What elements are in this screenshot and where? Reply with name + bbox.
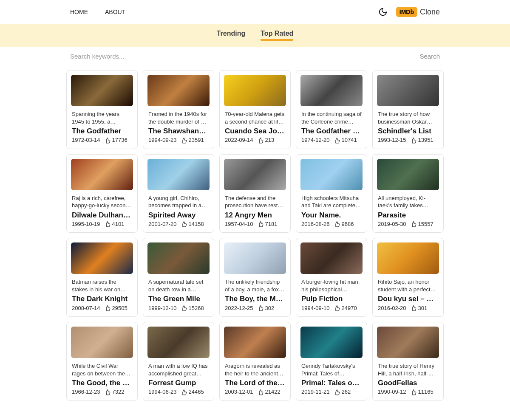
movie-poster [143,322,214,358]
movie-description: Batman raises the stakes in his war on c… [72,278,132,293]
thumbs-up-icon [411,137,416,144]
card-body: A supernatural tale set on death row in … [143,274,214,316]
movie-meta: 1994-06-2324465 [148,389,209,395]
tab-trending[interactable]: Trending [217,30,246,41]
movie-card[interactable]: A man with a low IQ has accomplished gre… [143,322,214,401]
movie-card[interactable]: 70-year-old Malena gets a second chance … [219,70,291,149]
thumbs-up-icon [181,304,187,311]
movie-date: 2019-05-30 [378,221,406,227]
movie-likes: 21422 [258,389,280,395]
movie-description: The defense and the prosecution have res… [225,194,285,209]
nav-link-about[interactable]: ABOUT [105,8,125,15]
movie-date: 1994-09-10 [301,305,330,311]
card-body: Batman raises the stakes in his war on c… [67,274,137,316]
movie-title: GoodFellas [378,379,438,387]
movie-date: 2016-02-20 [378,305,406,311]
card-body: A burger-loving hit man, his philosophic… [296,274,367,316]
nav-links: HOME ABOUT [70,8,125,15]
thumbs-up-icon [181,389,187,395]
movie-date: 2019-11-21 [301,389,330,395]
movie-card[interactable]: The unlikely friendship of a boy, a mole… [219,238,291,317]
movie-title: Pulp Fiction [301,295,362,303]
movie-likes: 301 [411,304,428,311]
movie-card[interactable]: High schoolers Mitsuha and Taki are comp… [296,154,367,233]
movie-title: Dilwale Dulhania Le Jayenge [72,211,132,220]
movie-meta: 1999-12-1015268 [148,304,209,311]
movie-card[interactable]: Framed in the 1940s for the double murde… [143,70,214,149]
movie-description: High schoolers Mitsuha and Taki are comp… [301,194,362,209]
search-button[interactable]: Search [419,53,440,60]
card-body: A man with a low IQ has accomplished gre… [143,358,214,400]
movie-title: The Godfather Part II [301,127,362,135]
thumbs-up-icon [105,389,110,395]
movie-poster [296,322,367,358]
card-body: A young girl, Chihiro, becomes trapped i… [143,190,214,233]
movie-card[interactable]: A supernatural tale set on death row in … [143,238,214,317]
movie-card[interactable]: The defense and the prosecution have res… [219,154,291,233]
logo[interactable]: IMDb Clone [396,7,440,17]
movie-card[interactable]: All unemployed, Ki-taek's family takes p… [372,154,444,233]
movie-meta: 1995-10-194101 [72,221,132,228]
search-input[interactable] [70,53,419,60]
likes-count: 9686 [342,221,354,227]
card-body: While the Civil War rages on between the… [67,358,137,400]
movie-poster [373,238,443,274]
movie-card[interactable]: Raj is a rich, carefree, happy-go-lucky … [66,154,138,233]
movie-poster [373,155,443,190]
movie-card[interactable]: The true story of Henry Hill, a half-Iri… [372,322,444,401]
movie-card[interactable]: The true story of how businessman Oskar … [372,70,444,149]
movie-meta: 1990-09-1211165 [378,389,438,395]
likes-count: 24465 [189,389,204,395]
card-body: High schoolers Mitsuha and Taki are comp… [296,190,367,233]
likes-count: 23591 [189,137,204,143]
movie-poster [67,322,137,358]
movie-poster [296,238,367,274]
likes-count: 213 [265,137,275,143]
card-body: Aragorn is revealed as the heir to the a… [220,358,290,400]
thumbs-up-icon [334,221,340,228]
movie-card[interactable]: Aragorn is revealed as the heir to the a… [219,322,291,401]
card-body: Spanning the years 1945 to 1955, a chron… [67,106,137,149]
movie-likes: 13951 [411,137,434,144]
movie-meta: 1994-09-2323591 [148,137,209,144]
movie-likes: 4101 [105,221,125,228]
card-body: Framed in the 1940s for the double murde… [143,106,214,149]
movie-meta: 2016-02-20301 [378,304,438,311]
card-body: The unlikely friendship of a boy, a mole… [220,274,290,316]
movie-card[interactable]: In the continuing saga of the Corleone c… [296,70,367,149]
card-body: In the continuing saga of the Corleone c… [296,106,367,149]
movie-title: Schindler's List [378,127,438,135]
movie-card[interactable]: Batman raises the stakes in his war on c… [66,238,138,317]
movie-card[interactable]: Spanning the years 1945 to 1955, a chron… [66,70,138,149]
movie-card[interactable]: Genndy Tartakovsky's Primal: Tales of Sa… [296,322,367,401]
movie-date: 2022-12-25 [225,305,253,311]
movie-meta: 2022-09-14213 [225,137,285,144]
likes-count: 15557 [418,221,434,227]
movie-card[interactable]: A burger-loving hit man, his philosophic… [296,238,367,317]
movie-description: A burger-loving hit man, his philosophic… [301,278,362,293]
thumbs-up-icon [105,304,110,311]
movie-title: Forrest Gump [148,379,209,387]
movie-card[interactable]: While the Civil War rages on between the… [66,322,138,401]
movie-meta: 1993-12-1513951 [378,137,438,144]
header: HOME ABOUT IMDb Clone [0,0,510,24]
movie-title: Primal: Tales of Savagery [301,379,362,387]
movie-likes: 29505 [105,304,128,311]
tab-top-rated[interactable]: Top Rated [261,30,293,41]
movie-poster [373,70,443,106]
dark-mode-icon[interactable] [378,7,388,17]
thumbs-up-icon [181,221,187,228]
thumbs-up-icon [181,137,187,144]
movie-poster [296,155,367,190]
thumbs-up-icon [334,389,340,395]
thumbs-up-icon [258,221,264,228]
movie-poster [220,155,290,190]
movie-card[interactable]: A young girl, Chihiro, becomes trapped i… [143,154,214,233]
likes-count: 4101 [112,221,125,227]
card-body: All unemployed, Ki-taek's family takes p… [373,190,443,233]
nav-link-home[interactable]: HOME [70,8,88,15]
movie-card[interactable]: Rihito Sajo, an honor student with a per… [372,238,444,317]
movie-description: The unlikely friendship of a boy, a mole… [225,278,285,293]
movie-description: 70-year-old Malena gets a second chance … [225,110,285,125]
movie-likes: 7181 [258,221,278,228]
